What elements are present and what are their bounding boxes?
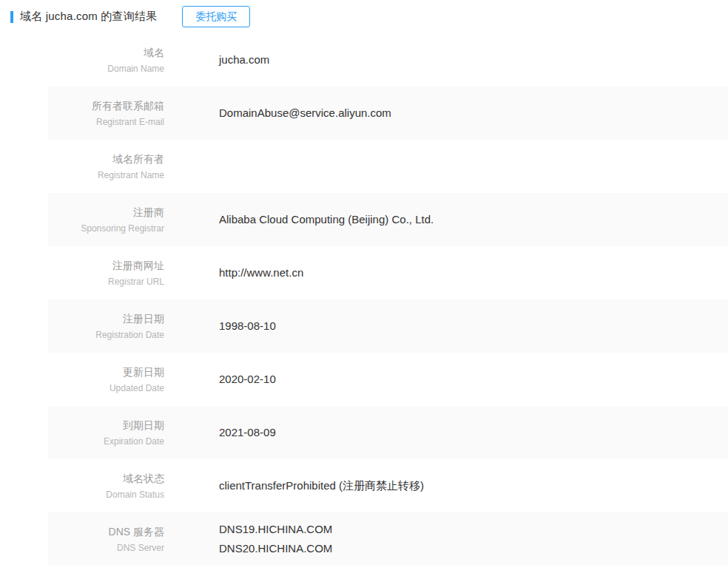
- field-label-en: Sponsoring Registrar: [48, 223, 164, 234]
- field-value: jucha.com: [164, 33, 728, 87]
- field-label: DNS 服务器DNS Server: [48, 512, 164, 566]
- field-label-cn: 注册商: [48, 205, 164, 220]
- field-label: 域名状态Domain Status: [48, 459, 164, 512]
- table-row: 到期日期Expiration Date2021-08-09: [48, 406, 728, 459]
- field-label-en: Registrant E-mail: [48, 117, 164, 128]
- field-label: 域名Domain Name: [48, 33, 164, 87]
- field-value: 1998-08-10: [164, 299, 728, 353]
- field-value-line: 2021-08-09: [219, 423, 728, 442]
- field-value: [164, 140, 728, 193]
- field-value: clientTransferProhibited (注册商禁止转移): [164, 459, 728, 512]
- table-row: 注册商Sponsoring RegistrarAlibaba Cloud Com…: [48, 193, 728, 246]
- field-value-line: 1998-08-10: [219, 316, 728, 336]
- field-label-en: Registration Date: [48, 330, 164, 341]
- field-label: 注册日期Registration Date: [48, 299, 164, 353]
- table-row: 更新日期Updated Date2020-02-10: [48, 353, 728, 406]
- field-label-en: DNS Server: [48, 543, 164, 554]
- field-label: 更新日期Updated Date: [48, 353, 164, 406]
- field-label: 所有者联系邮箱Registrant E-mail: [48, 87, 164, 140]
- field-label-cn: 所有者联系邮箱: [48, 98, 164, 113]
- field-label: 域名所有者Registrant Name: [48, 140, 164, 193]
- table-row: 注册日期Registration Date1998-08-10: [48, 299, 728, 353]
- field-label-cn: DNS 服务器: [48, 524, 164, 539]
- field-value-line: DomainAbuse@service.aliyun.com: [219, 104, 728, 123]
- field-value: Alibaba Cloud Computing (Beijing) Co., L…: [164, 193, 728, 246]
- table-row: 域名状态Domain StatusclientTransferProhibite…: [48, 459, 728, 512]
- field-label-en: Expiration Date: [48, 436, 164, 447]
- field-value: DomainAbuse@service.aliyun.com: [164, 87, 728, 140]
- field-label: 到期日期Expiration Date: [48, 406, 164, 459]
- field-value-line: jucha.com: [219, 50, 728, 70]
- table-row: DNS 服务器DNS ServerDNS19.HICHINA.COMDNS20.…: [48, 512, 728, 566]
- field-label-cn: 域名状态: [48, 471, 164, 486]
- field-value-line: clientTransferProhibited (注册商禁止转移): [219, 476, 728, 495]
- field-label-cn: 域名所有者: [48, 152, 164, 166]
- table-row: 域名Domain Namejucha.com: [48, 33, 728, 87]
- entrust-purchase-button[interactable]: 委托购买: [182, 6, 250, 27]
- page-title: 域名 jucha.com 的查询结果: [20, 10, 157, 24]
- field-value-line: DNS20.HICHINA.COM: [219, 539, 728, 558]
- field-value-line: Alibaba Cloud Computing (Beijing) Co., L…: [219, 210, 728, 229]
- title-accent-bar: [10, 11, 13, 23]
- field-label-cn: 注册商网址: [48, 258, 164, 273]
- results-header: 域名 jucha.com 的查询结果 委托购买: [0, 0, 728, 33]
- whois-result-table: 域名Domain Namejucha.com所有者联系邮箱Registrant …: [48, 33, 728, 566]
- field-value: 2021-08-09: [164, 406, 728, 459]
- table-row: 域名所有者Registrant Name: [48, 140, 728, 193]
- field-label-en: Registrar URL: [48, 277, 164, 288]
- field-label-cn: 更新日期: [48, 365, 164, 379]
- field-label: 注册商网址Registrar URL: [48, 246, 164, 299]
- field-value: 2020-02-10: [164, 353, 728, 406]
- field-label-cn: 到期日期: [48, 418, 164, 433]
- field-value: DNS19.HICHINA.COMDNS20.HICHINA.COM: [164, 512, 728, 566]
- field-label-cn: 注册日期: [48, 311, 164, 326]
- field-value-line: http://www.net.cn: [219, 263, 728, 282]
- field-label-en: Domain Status: [48, 489, 164, 501]
- table-row: 注册商网址Registrar URLhttp://www.net.cn: [48, 246, 728, 299]
- table-row: 所有者联系邮箱Registrant E-mailDomainAbuse@serv…: [48, 87, 728, 140]
- field-label: 注册商Sponsoring Registrar: [48, 193, 164, 246]
- field-label-en: Registrant Name: [48, 170, 164, 181]
- field-label-cn: 域名: [48, 45, 164, 60]
- field-value-line: 2020-02-10: [219, 370, 728, 389]
- field-value-line: DNS19.HICHINA.COM: [219, 520, 728, 539]
- field-value-line: [219, 157, 728, 176]
- field-value: http://www.net.cn: [164, 246, 728, 299]
- field-label-en: Updated Date: [48, 383, 164, 394]
- field-label-en: Domain Name: [48, 64, 164, 75]
